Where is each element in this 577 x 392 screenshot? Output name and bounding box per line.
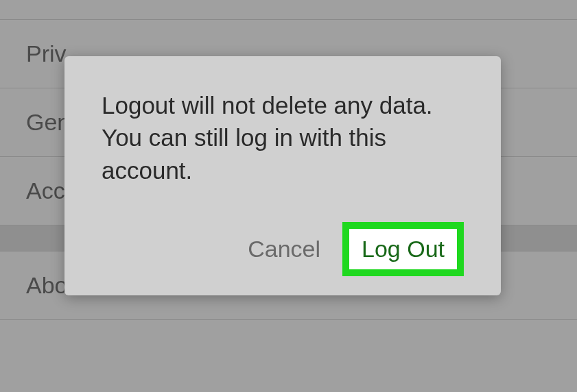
dialog-actions: Cancel Log Out [102, 222, 464, 276]
logout-button[interactable]: Log Out [349, 229, 457, 269]
logout-button-highlight: Log Out [342, 222, 464, 276]
cancel-button[interactable]: Cancel [245, 230, 323, 268]
logout-dialog: Logout will not delete any data. You can… [64, 56, 501, 295]
dialog-message: Logout will not delete any data. You can… [102, 89, 464, 186]
